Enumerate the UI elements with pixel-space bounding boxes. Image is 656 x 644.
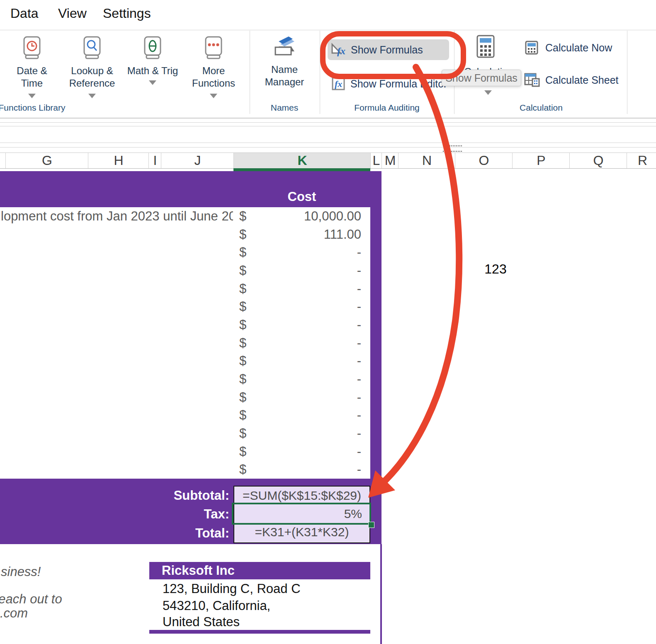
company-address-line3: United States	[163, 613, 240, 631]
description-cell[interactable]: lopment cost from Jan 2023 until June 20…	[1, 207, 233, 225]
tax-label: Tax:	[105, 504, 229, 524]
column-header-P[interactable]: P	[512, 153, 570, 168]
cost-cell-row[interactable]: $-	[233, 460, 370, 479]
date-time-dropdown-icon[interactable]	[28, 94, 36, 98]
math-trig-icon	[143, 36, 162, 61]
column-header-I[interactable]: I	[148, 153, 161, 168]
cost-amount: -	[357, 353, 361, 368]
fill-handle[interactable]	[368, 522, 374, 528]
svg-text:fx: fx	[335, 79, 342, 89]
cost-cell-row[interactable]: $-	[233, 316, 370, 334]
currency-symbol: $	[239, 263, 246, 278]
column-header-H[interactable]: H	[88, 153, 149, 168]
column-header-R[interactable]: R	[627, 153, 656, 168]
separator-line	[0, 143, 656, 143]
cost-cell-row[interactable]: $-	[233, 243, 370, 261]
math-trig-dropdown-icon[interactable]	[149, 80, 156, 85]
cost-amount: -	[357, 317, 361, 332]
more-functions-button-line2: Functions	[182, 78, 245, 89]
cost-amount: -	[357, 390, 361, 405]
more-functions-icon	[204, 36, 223, 61]
show-formula-editor-icon: fx	[332, 77, 345, 92]
group-label-functions-library: Functions Library	[0, 103, 67, 113]
group-divider	[627, 31, 627, 114]
calculate-sheet-button[interactable]: Calculate Sheet	[545, 74, 619, 86]
currency-symbol: $	[239, 408, 246, 423]
date-time-icon	[22, 36, 41, 61]
cost-cell-row[interactable]: $-	[233, 334, 370, 352]
column-header-O[interactable]: O	[455, 153, 513, 168]
cost-amount: -	[357, 245, 361, 260]
column-header-G[interactable]: G	[5, 153, 88, 168]
cost-cell-row[interactable]: $-	[233, 298, 370, 316]
highlight-ring	[320, 31, 466, 79]
cost-amount: -	[357, 299, 361, 314]
separator-line	[0, 147, 656, 148]
cost-cell-row[interactable]: $-	[233, 388, 370, 407]
calculate-now-button[interactable]: Calculate Now	[545, 42, 612, 54]
currency-symbol: $	[239, 444, 246, 459]
more-functions-dropdown-icon[interactable]	[210, 94, 217, 98]
company-name: Ricksoft Inc	[162, 562, 235, 579]
subtotal-formula-cell[interactable]: =SUM($K$15:$K$29)	[234, 487, 369, 504]
cost-amount: -	[357, 336, 361, 351]
math-trig-button[interactable]: Math & Trig	[121, 65, 184, 76]
menu-data[interactable]: Data	[10, 5, 39, 22]
column-header-J[interactable]: J	[161, 153, 234, 168]
lookup-reference-button[interactable]: Lookup &	[61, 65, 123, 76]
cost-amount: -	[357, 462, 361, 477]
column-header-Q[interactable]: Q	[569, 153, 627, 168]
group-divider	[250, 31, 250, 114]
column-resize-handle[interactable]	[443, 145, 462, 152]
cost-amount: 10,000.00	[304, 209, 361, 224]
date-time-button-line2: Time	[1, 78, 63, 89]
currency-symbol: $	[239, 317, 246, 332]
subtotal-label: Subtotal:	[105, 487, 229, 504]
date-time-button[interactable]: Date &	[1, 65, 63, 76]
lookup-reference-icon	[83, 36, 102, 61]
company-underline	[149, 630, 370, 634]
selected-column-underline	[233, 168, 370, 171]
cost-amount: -	[357, 426, 361, 441]
name-manager-icon	[273, 35, 296, 58]
currency-symbol: $	[239, 245, 246, 260]
total-formula-cell[interactable]: =K31+(K31*K32)	[234, 523, 369, 541]
cost-cell-row[interactable]: $-	[233, 280, 370, 298]
column-header-N[interactable]: N	[398, 153, 455, 168]
cost-cell-row[interactable]: $-	[233, 424, 370, 443]
footer-note-3: .com	[0, 604, 28, 622]
selected-cell-outline	[232, 503, 371, 525]
lookup-reference-dropdown-icon[interactable]	[88, 94, 96, 98]
more-functions-button[interactable]: More	[182, 65, 245, 76]
column-header-M[interactable]: M	[381, 153, 398, 168]
footer-note-1: siness!	[1, 563, 41, 581]
name-manager-button-line2: Manager	[253, 77, 316, 87]
cost-cell-row[interactable]: $-	[233, 370, 370, 388]
group-label-formula-auditing: Formula Auditing	[345, 103, 428, 113]
show-formula-editor-button[interactable]: Show Formula Editor	[350, 78, 447, 90]
cost-amount: -	[357, 444, 361, 459]
cost-cell-row[interactable]: $111.00	[233, 225, 370, 244]
currency-symbol: $	[239, 227, 246, 242]
column-header-L[interactable]: L	[370, 153, 382, 168]
cost-cell-row[interactable]: $-	[233, 443, 370, 461]
name-manager-button[interactable]: Name	[253, 64, 316, 75]
menubar-divider	[0, 30, 656, 30]
menu-settings[interactable]: Settings	[103, 5, 151, 22]
group-divider	[320, 31, 320, 114]
cost-cell-row[interactable]: $-	[233, 352, 370, 370]
total-label: Total:	[105, 524, 229, 542]
cost-cell-row[interactable]: $10,000.00	[233, 207, 370, 225]
cost-cell-row[interactable]: $-	[233, 406, 370, 424]
cell-value-123[interactable]: 123	[473, 260, 518, 278]
menu-view[interactable]: View	[58, 5, 87, 22]
cost-cell-row[interactable]: $-	[233, 261, 370, 280]
ribbon-bottom-border	[0, 118, 656, 119]
column-header-K[interactable]: K	[233, 153, 371, 168]
currency-symbol: $	[239, 299, 246, 314]
calculation-options-dropdown-icon[interactable]	[484, 90, 492, 95]
currency-symbol: $	[239, 426, 246, 441]
currency-symbol: $	[239, 209, 246, 224]
calculate-sheet-icon	[524, 73, 540, 89]
calculate-now-icon	[525, 41, 539, 56]
